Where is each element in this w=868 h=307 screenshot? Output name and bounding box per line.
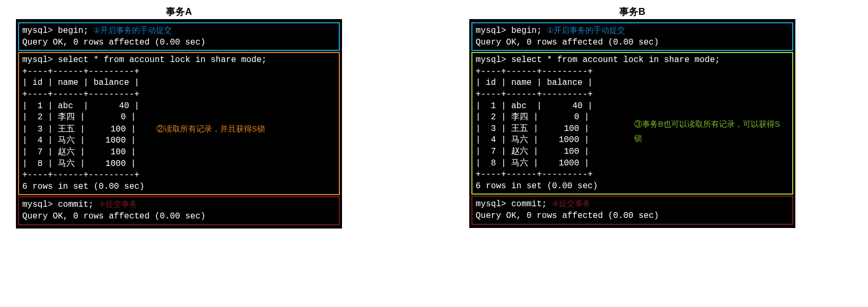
select-cmd-b: mysql> select * from account lock in sha…: [476, 55, 720, 65]
head-b: | id | name | balance |: [476, 78, 593, 87]
row-a0: | 1 | abc | 40 |: [22, 101, 139, 111]
begin-note-a: ①开启事务的手动提交: [93, 25, 172, 34]
sep-b3: +----+------+---------+: [476, 170, 593, 179]
row-b0: | 1 | abc | 40 |: [476, 101, 593, 111]
select-block-a: mysql> select * from account lock in sha…: [18, 52, 340, 195]
row-a4: | 7 | 赵六 | 100 |: [22, 147, 136, 157]
commit-block-b: mysql> commit; ④提交事务 Query OK, 0 rows af…: [471, 196, 793, 224]
begin-note-b: ①开启事务的手动提交: [547, 25, 625, 34]
commit-result-b: Query OK, 0 rows affected (0.00 sec): [476, 211, 659, 221]
row-a1: | 2 | 李四 | 0 |: [22, 112, 136, 122]
commit-cmd-a: mysql> commit;: [22, 200, 93, 209]
sep-a3: +----+------+---------+: [22, 170, 139, 180]
begin-cmd-a: mysql> begin;: [22, 26, 89, 36]
footer-a: 6 rows in set (0.00 sec): [22, 182, 144, 191]
row-b5: | 8 | 马六 | 1000 |: [476, 159, 589, 168]
sep-b2: +----+------+---------+: [476, 90, 593, 99]
begin-block-a: mysql> begin; ①开启事务的手动提交 Query OK, 0 row…: [18, 22, 340, 51]
sep-b1: +----+------+---------+: [476, 67, 593, 76]
select-block-b: mysql> select * from account lock in sha…: [471, 52, 793, 195]
terminal-b: mysql> begin; ①开启事务的手动提交 Query OK, 0 row…: [469, 19, 795, 228]
row-a2: | 3 | 王五 | 100 |: [22, 125, 136, 134]
head-a: | id | name | balance |: [22, 78, 139, 87]
footer-b: 6 rows in set (0.00 sec): [476, 181, 598, 191]
commit-cmd-b: mysql> commit;: [476, 199, 547, 209]
sep-a1: +----+------+---------+: [22, 67, 139, 76]
begin-result-b: Query OK, 0 rows affected (0.00 sec): [476, 38, 659, 47]
row-b4: | 7 | 赵六 | 100 |: [476, 147, 589, 156]
panel-b-title: 事务B: [469, 5, 795, 18]
commit-note-b: ④提交事务: [552, 199, 591, 208]
begin-result-a: Query OK, 0 rows affected (0.00 sec): [22, 38, 206, 47]
commit-result-a: Query OK, 0 rows affected (0.00 sec): [22, 212, 206, 221]
commit-block-a: mysql> commit; ④提交事务 Query OK, 0 rows af…: [18, 196, 340, 225]
row-b2: | 3 | 王五 | 100 |: [476, 124, 589, 134]
row-a5: | 8 | 马六 | 1000 |: [22, 159, 136, 169]
terminal-a: mysql> begin; ①开启事务的手动提交 Query OK, 0 row…: [16, 19, 342, 229]
select-note-b: ③事务B也可以读取所有记录，可以获得S锁: [634, 117, 783, 145]
select-note-a: ②读取所有记录，并且获得S锁: [156, 124, 265, 133]
begin-block-b: mysql> begin; ①开启事务的手动提交 Query OK, 0 row…: [471, 22, 793, 51]
row-b3: | 4 | 马六 | 1000 |: [476, 135, 589, 145]
commit-note-a: ④提交事务: [99, 199, 137, 208]
row-a3: | 4 | 马六 | 1000 |: [22, 136, 136, 145]
transaction-a-panel: 事务A mysql> begin; ①开启事务的手动提交 Query OK, 0…: [16, 5, 342, 229]
begin-cmd-b: mysql> begin;: [476, 26, 542, 36]
select-cmd-a: mysql> select * from account lock in sha…: [22, 55, 267, 65]
row-b1: | 2 | 李四 | 0 |: [476, 112, 589, 122]
panel-a-title: 事务A: [16, 5, 342, 18]
transaction-b-panel: 事务B mysql> begin; ①开启事务的手动提交 Query OK, 0…: [469, 5, 795, 228]
sep-a2: +----+------+---------+: [22, 90, 139, 99]
